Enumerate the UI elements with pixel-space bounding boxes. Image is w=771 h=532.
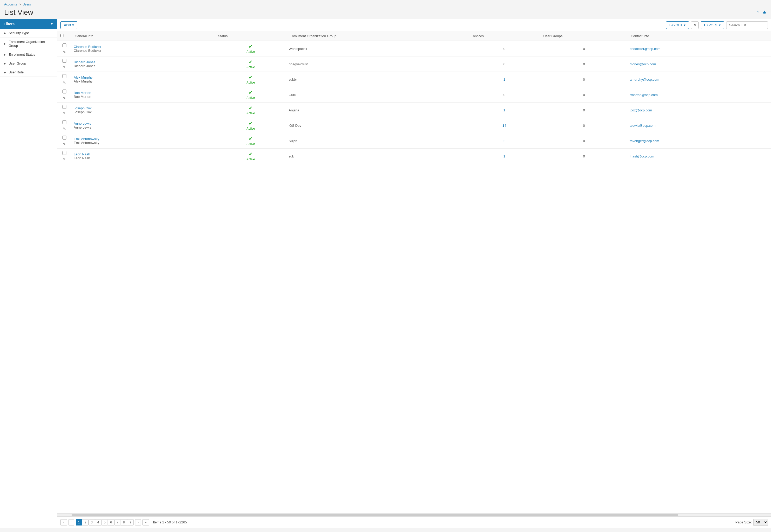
- page-btn-3[interactable]: 3: [88, 519, 95, 525]
- sidebar-item-enrollment-org-group[interactable]: ►Enrollment Organization Group: [0, 37, 57, 50]
- devices-cell-1: 0: [469, 56, 540, 72]
- table-row: ✎ Alex Murphy Alex Murphy ✔ Active sdkbr…: [57, 72, 771, 87]
- refresh-button[interactable]: ↻: [691, 21, 699, 29]
- filter-item-label: User Role: [9, 70, 24, 74]
- contact-link-5[interactable]: alewis@ocp.com: [630, 124, 655, 128]
- devices-cell-7: 1: [469, 149, 540, 164]
- devices-cell-6: 2: [469, 133, 540, 149]
- user-name-link-7[interactable]: Leon Nash: [74, 152, 213, 156]
- export-button[interactable]: EXPORT ▾: [701, 21, 724, 29]
- prev-page-button[interactable]: ‹: [68, 519, 74, 525]
- layout-button[interactable]: LAYOUT ▾: [666, 21, 689, 29]
- next-page-button[interactable]: ›: [135, 519, 141, 525]
- contact-link-4[interactable]: jcox@ocp.com: [630, 108, 652, 112]
- user-name-plain-2: Alex Murphy: [74, 79, 92, 83]
- star-icon[interactable]: ★: [762, 9, 767, 16]
- user-name-link-3[interactable]: Bob Morton: [74, 91, 213, 95]
- page-btn-1[interactable]: 1: [76, 519, 82, 525]
- breadcrumb-separator: >: [19, 3, 21, 6]
- row-checkbox-3[interactable]: [62, 90, 66, 93]
- status-check-icon-7: ✔: [249, 151, 252, 157]
- row-checkbox-7[interactable]: [62, 151, 66, 155]
- sidebar-item-user-group[interactable]: ►User Group: [0, 59, 57, 68]
- user-name-link-2[interactable]: Alex Murphy: [74, 75, 213, 79]
- row-checkbox-5[interactable]: [62, 120, 66, 124]
- breadcrumb-accounts[interactable]: Accounts: [4, 3, 17, 6]
- row-checkbox-0[interactable]: [62, 43, 66, 47]
- page-btn-9[interactable]: 9: [127, 519, 134, 525]
- org-cell-4: Anjana: [286, 103, 469, 118]
- edit-icon-5[interactable]: ✎: [63, 127, 66, 131]
- page-btn-8[interactable]: 8: [121, 519, 127, 525]
- col-general-info: General Info: [72, 31, 215, 41]
- edit-icon-6[interactable]: ✎: [63, 142, 66, 146]
- edit-icon-7[interactable]: ✎: [63, 157, 66, 161]
- user-name-link-1[interactable]: Richard Jones: [74, 60, 213, 64]
- contact-link-3[interactable]: rmorton@ocp.com: [630, 93, 658, 97]
- devices-cell-2: 1: [469, 72, 540, 87]
- user-name-link-4[interactable]: Joseph Cox: [74, 106, 213, 110]
- row-checkbox-2[interactable]: [62, 74, 66, 78]
- user-name-link-0[interactable]: Clarence Bodicker: [74, 45, 213, 49]
- edit-icon-3[interactable]: ✎: [63, 96, 66, 100]
- user-name-link-6[interactable]: Emil Antonowsky: [74, 137, 213, 141]
- status-badge-2: Active: [246, 81, 255, 84]
- filter-item-label: Enrollment Organization Group: [9, 40, 53, 48]
- col-enrollment-org: Enrollment Organization Group: [286, 31, 469, 41]
- toolbar: ADD ▾ LAYOUT ▾ ↻ EXPORT ▾: [57, 19, 771, 31]
- page-size-select[interactable]: 50100250: [753, 519, 768, 526]
- groups-cell-2: 0: [540, 72, 628, 87]
- add-button[interactable]: ADD ▾: [60, 21, 77, 29]
- row-checkbox-6[interactable]: [62, 136, 66, 140]
- edit-icon-0[interactable]: ✎: [63, 50, 66, 54]
- first-page-button[interactable]: «: [60, 519, 67, 525]
- contact-link-2[interactable]: amurphy@ocp.com: [630, 78, 659, 81]
- horizontal-scrollbar[interactable]: [57, 513, 771, 516]
- devices-cell-0: 0: [469, 41, 540, 56]
- last-page-button[interactable]: »: [142, 519, 149, 525]
- page-btn-5[interactable]: 5: [101, 519, 108, 525]
- row-checkbox-1[interactable]: [62, 59, 66, 63]
- edit-icon-2[interactable]: ✎: [63, 81, 66, 85]
- contact-link-7[interactable]: lnash@ocp.com: [630, 154, 654, 158]
- sidebar-item-user-role[interactable]: ►User Role: [0, 68, 57, 77]
- filter-item-label: User Group: [9, 61, 26, 65]
- home-icon[interactable]: ⌂: [756, 9, 760, 16]
- breadcrumb-users[interactable]: Users: [23, 3, 31, 6]
- filter-item-label: Security Type: [9, 31, 29, 35]
- table-row: ✎ Emil Antonowsky Emil Antonowsky ✔ Acti…: [57, 133, 771, 149]
- table-row: ✎ Joseph Cox Joseph Cox ✔ Active Anjana …: [57, 103, 771, 118]
- row-checkbox-4[interactable]: [62, 105, 66, 109]
- contact-link-0[interactable]: cbodicker@ocp.com: [630, 47, 661, 51]
- groups-cell-5: 0: [540, 118, 628, 133]
- sidebar-item-enrollment-status[interactable]: ►Enrollment Status: [0, 50, 57, 59]
- user-name-plain-3: Bob Morton: [74, 95, 91, 99]
- status-badge-3: Active: [246, 96, 255, 100]
- table-row: ✎ Bob Morton Bob Morton ✔ Active Guru 0 …: [57, 87, 771, 103]
- sidebar: Filters ▼ ►Security Type►Enrollment Orga…: [0, 19, 57, 528]
- search-input[interactable]: [726, 21, 768, 29]
- user-name-plain-0: Clarence Bodicker: [74, 49, 101, 53]
- contact-link-6[interactable]: tavenger@ocp.com: [630, 139, 659, 143]
- content-area: ADD ▾ LAYOUT ▾ ↻ EXPORT ▾ General Inf: [57, 19, 771, 528]
- page-btn-7[interactable]: 7: [114, 519, 121, 525]
- table-row: ✎ Leon Nash Leon Nash ✔ Active sdk 1 0 l…: [57, 149, 771, 164]
- devices-cell-5: 14: [469, 118, 540, 133]
- edit-icon-4[interactable]: ✎: [63, 111, 66, 115]
- edit-icon-1[interactable]: ✎: [63, 65, 66, 69]
- user-name-link-5[interactable]: Anne Lewis: [74, 122, 213, 125]
- filters-header[interactable]: Filters ▼: [0, 19, 57, 29]
- contact-link-1[interactable]: djones@ocp.com: [630, 62, 656, 66]
- page-btn-6[interactable]: 6: [108, 519, 114, 525]
- sidebar-item-security-type[interactable]: ►Security Type: [0, 29, 57, 37]
- org-cell-7: sdk: [286, 149, 469, 164]
- table-row: ✎ Clarence Bodicker Clarence Bodicker ✔ …: [57, 41, 771, 56]
- status-badge-4: Active: [246, 111, 255, 115]
- page-btn-2[interactable]: 2: [82, 519, 88, 525]
- org-cell-1: bhagyalotus1: [286, 56, 469, 72]
- status-badge-7: Active: [246, 157, 255, 161]
- page-size-label: Page Size:: [735, 520, 752, 524]
- page-btn-4[interactable]: 4: [95, 519, 102, 525]
- select-all-checkbox[interactable]: [60, 34, 64, 37]
- page-title: List View: [4, 8, 33, 17]
